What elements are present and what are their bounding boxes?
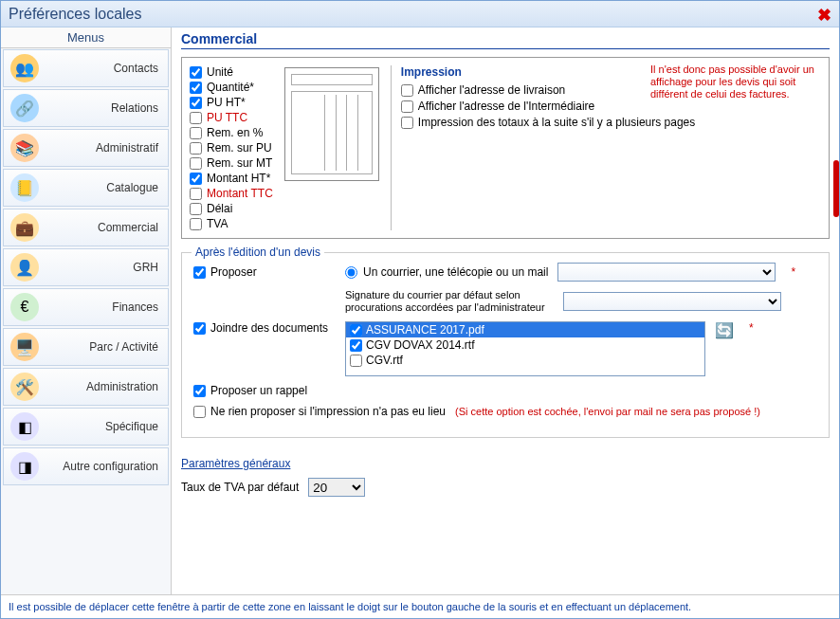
checkbox-col-3[interactable] [190, 112, 202, 124]
label-totaux-suite: Impression des totaux à la suite s'il y … [418, 116, 589, 129]
label-rappel: Proposer un rappel [210, 384, 307, 397]
required-asterisk: * [749, 321, 754, 335]
checkbox-joindre[interactable] [193, 322, 206, 335]
checkbox-col-2[interactable] [190, 97, 202, 109]
select-courrier[interactable] [557, 263, 776, 282]
radio-courrier-mail[interactable] [345, 266, 357, 279]
after-edit-legend: Après l'édition d'un devis [192, 246, 324, 259]
checkbox-doc-2[interactable] [350, 355, 362, 367]
relations-icon: 🔗 [9, 93, 40, 123]
label-adresse-intermediaire: Afficher l'adresse de l'Intermédiaire [418, 100, 594, 113]
sidebar-item-commercial[interactable]: 💼 Commercial [3, 209, 169, 246]
menus-header: Menus [1, 27, 171, 48]
label-joindre: Joindre des documents [210, 321, 328, 335]
checkbox-col-7[interactable] [190, 173, 202, 185]
doc-label-0: ASSURANCE 2017.pdf [366, 323, 484, 337]
finances-icon: € [9, 292, 40, 322]
checkbox-col-9[interactable] [190, 203, 202, 215]
doc-item-1[interactable]: CGV DOVAX 2014.rtf [346, 337, 704, 353]
contacts-icon: 👥 [9, 53, 40, 83]
sidebar-item-label: Catalogue [44, 181, 168, 194]
doc-item-0[interactable]: ASSURANCE 2017.pdf [346, 322, 704, 337]
checkbox-proposer[interactable] [193, 266, 206, 279]
label-col-2: PU HT* [207, 96, 246, 109]
checkbox-doc-1[interactable] [350, 339, 362, 352]
label-col-1: Quantité* [207, 81, 254, 94]
sidebar-item-label: Commercial [44, 221, 168, 234]
sidebar-item-catalogue[interactable]: 📒 Catalogue [3, 169, 169, 207]
signature-label: Signature du courrier par défaut selon p… [345, 289, 554, 314]
specifique-icon: ◧ [9, 411, 40, 442]
window-title: Préférences locales [9, 6, 142, 23]
titlebar: Préférences locales ✖ [1, 1, 839, 27]
doc-label-2: CGV.rtf [366, 354, 403, 367]
impression-box: Impression Afficher l'adresse de livrais… [391, 65, 594, 230]
autreconfig-icon: ◨ [9, 451, 40, 482]
sidebar-item-autreconfig[interactable]: ◨ Autre configuration [3, 447, 169, 485]
select-tva[interactable]: 20 [308, 478, 365, 497]
doc-item-2[interactable]: CGV.rtf [346, 353, 704, 368]
noimpr-note: (Si cette option est cochée, l'envoi par… [455, 406, 760, 417]
sidebar-item-label: Relations [44, 101, 168, 115]
label-col-8: Montant TTC [207, 187, 273, 200]
checkbox-col-6[interactable] [190, 157, 202, 170]
refresh-icon[interactable]: 🔄 [715, 321, 734, 339]
sidebar-item-label: Finances [44, 300, 168, 314]
sidebar-item-label: Parc / Activité [44, 340, 168, 354]
label-proposer: Proposer [210, 265, 257, 279]
sidebar-item-label: Autre configuration [44, 460, 168, 473]
params-title: Paramètres généraux [181, 457, 290, 470]
catalogue-icon: 📒 [9, 173, 40, 203]
params-section: Paramètres généraux Taux de TVA par défa… [181, 457, 830, 497]
sidebar-item-grh[interactable]: 👤 GRH [3, 248, 169, 286]
label-col-7: Montant HT* [207, 172, 270, 185]
impression-title: Impression [401, 65, 594, 79]
documents-list[interactable]: ASSURANCE 2017.pdfCGV DOVAX 2014.rtfCGV.… [345, 321, 705, 376]
checkbox-col-0[interactable] [190, 66, 202, 79]
label-col-0: Unité [207, 65, 233, 79]
sidebar-item-label: Administration [44, 380, 168, 393]
required-asterisk: * [791, 265, 795, 279]
sidebar-item-administratif[interactable]: 📚 Administratif [3, 129, 169, 167]
sidebar-item-label: Spécifique [44, 420, 168, 433]
parc-icon: 🖥️ [9, 332, 40, 362]
checkbox-col-1[interactable] [190, 82, 202, 94]
checkbox-totaux-suite[interactable] [401, 117, 413, 129]
sidebar-item-parc[interactable]: 🖥️ Parc / Activité [3, 328, 169, 366]
sidebar-item-label: Administratif [44, 141, 168, 155]
sidebar-item-administration[interactable]: 🛠️ Administration [3, 368, 169, 406]
label-radio-courrier: Un courrier, une télécopie ou un mail [363, 265, 548, 279]
sidebar-item-finances[interactable]: € Finances [3, 288, 169, 326]
label-adresse-livraison: Afficher l'adresse de livraison [418, 83, 565, 97]
checkbox-noimpr[interactable] [193, 406, 206, 418]
content-area: 🔭 Commercial UnitéQuantité*PU HT*PU TTCR… [172, 27, 839, 594]
checkbox-col-4[interactable] [190, 127, 202, 139]
sidebar-item-specifique[interactable]: ◧ Spécifique [3, 408, 169, 446]
document-preview [284, 67, 379, 181]
administratif-icon: 📚 [9, 133, 40, 163]
checkbox-adresse-livraison[interactable] [401, 84, 413, 97]
checkbox-adresse-intermediaire[interactable] [401, 100, 413, 113]
section-title: Commercial [181, 31, 830, 49]
tva-label: Taux de TVA par défaut [181, 481, 299, 494]
top-warning: Il n'est donc pas possible d'avoir un af… [650, 64, 821, 101]
sidebar-item-contacts[interactable]: 👥 Contacts [3, 49, 169, 87]
sidebar-item-relations[interactable]: 🔗 Relations [3, 89, 169, 127]
sidebar: Menus 👥 Contacts 🔗 Relations 📚 Administr… [1, 27, 172, 594]
checkbox-doc-0[interactable] [350, 324, 362, 337]
label-col-10: TVA [207, 217, 228, 230]
label-col-3: PU TTC [207, 111, 247, 124]
footer-hint: Il est possible de déplacer cette fenêtr… [1, 594, 839, 618]
scrollbar-thumb[interactable] [833, 160, 839, 217]
label-col-6: Rem. sur MT [207, 156, 272, 170]
administration-icon: 🛠️ [9, 372, 40, 402]
checkbox-col-8[interactable] [190, 188, 202, 200]
close-icon[interactable]: ✖ [817, 5, 831, 26]
columns-box: UnitéQuantité*PU HT*PU TTCRem. en %Rem. … [181, 57, 830, 239]
label-col-9: Délai [207, 202, 232, 215]
select-signature[interactable] [563, 292, 781, 311]
checkbox-col-10[interactable] [190, 218, 202, 230]
checkbox-rappel[interactable] [193, 385, 206, 397]
sidebar-item-label: Contacts [44, 62, 168, 75]
checkbox-col-5[interactable] [190, 142, 202, 155]
